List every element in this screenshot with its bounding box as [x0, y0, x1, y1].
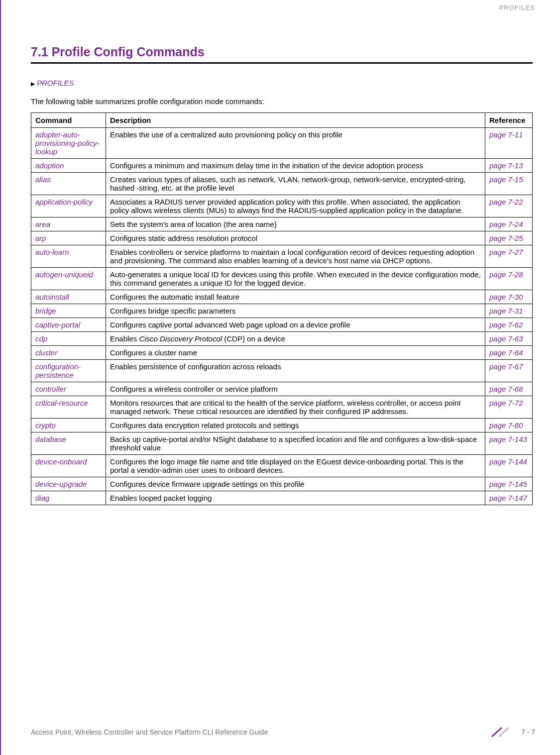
breadcrumb-arrow-icon: ▶: [31, 81, 35, 87]
command-description: Enables the use of a centralized auto pr…: [106, 128, 485, 159]
reference-link[interactable]: page 7-15: [485, 173, 533, 195]
footer-doc-title: Access Point, Wireless Controller and Se…: [31, 728, 268, 736]
reference-link[interactable]: page 7-72: [485, 396, 533, 419]
command-link[interactable]: arp: [31, 231, 106, 245]
table-row: databaseBacks up captive-portal and/or N…: [31, 432, 533, 455]
table-row: autoinstallConfigures the automatic inst…: [31, 290, 533, 304]
reference-link[interactable]: page 7-64: [485, 346, 533, 360]
command-link[interactable]: adopter-auto-provisioning-policy-lookup: [31, 128, 106, 159]
command-description: Associates a RADIUS server provided appl…: [106, 195, 485, 217]
table-row: device-upgradeConfigures device firmware…: [31, 477, 533, 491]
command-description: Configures the logo image file name and …: [106, 455, 485, 477]
table-row: auto-learnEnables controllers or service…: [31, 245, 533, 268]
command-link[interactable]: alias: [31, 173, 106, 195]
table-row: cryptoConfigures data encryption related…: [31, 419, 533, 432]
command-link[interactable]: bridge: [31, 304, 106, 318]
reference-link[interactable]: page 7-24: [485, 217, 533, 231]
reference-link[interactable]: page 7-22: [485, 195, 533, 217]
reference-link[interactable]: page 7-31: [485, 304, 533, 318]
command-description: Creates various types of aliases, such a…: [106, 173, 485, 195]
command-link[interactable]: area: [31, 217, 106, 231]
command-link[interactable]: cluster: [31, 346, 106, 360]
footer: Access Point, Wireless Controller and Se…: [31, 727, 535, 738]
command-description: Configures static address resolution pro…: [106, 231, 485, 245]
command-link[interactable]: database: [31, 432, 106, 455]
command-link[interactable]: device-onboard: [31, 455, 106, 477]
reference-link[interactable]: page 7-11: [485, 128, 533, 159]
table-row: arpConfigures static address resolution …: [31, 231, 533, 245]
command-link[interactable]: critical-resource: [31, 396, 106, 419]
command-link[interactable]: autoinstall: [31, 290, 106, 304]
command-link[interactable]: cdp: [31, 332, 106, 346]
reference-link[interactable]: page 7-13: [485, 159, 533, 173]
command-description: Enables controllers or service platforms…: [106, 245, 485, 268]
table-row: adopter-auto-provisioning-policy-lookupE…: [31, 128, 533, 159]
command-description: Configures data encryption related proto…: [106, 419, 485, 432]
table-row: cdpEnables Cisco Discovery Protocol (CDP…: [31, 332, 533, 346]
table-row: controllerConfigures a wireless controll…: [31, 382, 533, 396]
command-description: Configures the automatic install feature: [106, 290, 485, 304]
command-description: Backs up captive-portal and/or NSight da…: [106, 432, 485, 455]
table-row: aliasCreates various types of aliases, s…: [31, 173, 533, 195]
reference-link[interactable]: page 7-144: [485, 455, 533, 477]
commands-table: Command Description Reference adopter-au…: [31, 112, 533, 505]
command-description: Enables Cisco Discovery Protocol (CDP) o…: [106, 332, 485, 346]
table-row: device-onboardConfigures the logo image …: [31, 455, 533, 477]
th-command: Command: [31, 113, 106, 128]
header-label: PROFILES: [499, 4, 535, 11]
table-row: configuration-persistenceEnables persist…: [31, 360, 533, 382]
reference-link[interactable]: page 7-147: [485, 491, 533, 505]
reference-link[interactable]: page 7-27: [485, 245, 533, 268]
table-row: critical-resourceMonitors resources that…: [31, 396, 533, 419]
command-description: Enables looped packet logging: [106, 491, 485, 505]
reference-link[interactable]: page 7-80: [485, 419, 533, 432]
page: PROFILES 7.1 Profile Config Commands ▶PR…: [0, 0, 560, 755]
table-row: application-policyAssociates a RADIUS se…: [31, 195, 533, 217]
reference-link[interactable]: page 7-68: [485, 382, 533, 396]
footer-slash-icon: [488, 727, 515, 738]
breadcrumb[interactable]: ▶PROFILES: [31, 79, 533, 87]
command-link[interactable]: device-upgrade: [31, 477, 106, 491]
table-row: diagEnables looped packet loggingpage 7-…: [31, 491, 533, 505]
command-link[interactable]: captive-portal: [31, 318, 106, 332]
command-description: Configures a cluster name: [106, 346, 485, 360]
reference-link[interactable]: page 7-62: [485, 318, 533, 332]
command-description: Configures a minimum and maximum delay t…: [106, 159, 485, 173]
reference-link[interactable]: page 7-143: [485, 432, 533, 455]
table-row: autogen-uniqueidAuto-generates a unique …: [31, 268, 533, 290]
command-link[interactable]: controller: [31, 382, 106, 396]
command-description: Auto-generates a unique local ID for dev…: [106, 268, 485, 290]
command-description: Configures captive portal advanced Web p…: [106, 318, 485, 332]
section-title: 7.1 Profile Config Commands: [31, 45, 533, 59]
table-row: captive-portalConfigures captive portal …: [31, 318, 533, 332]
table-row: areaSets the system's area of location (…: [31, 217, 533, 231]
command-link[interactable]: adoption: [31, 159, 106, 173]
footer-right: 7 - 7: [488, 727, 535, 738]
reference-link[interactable]: page 7-25: [485, 231, 533, 245]
content-area: 7.1 Profile Config Commands ▶PROFILES Th…: [1, 0, 560, 505]
command-link[interactable]: diag: [31, 491, 106, 505]
section-title-underline: [31, 62, 533, 64]
command-description: Configures device firmware upgrade setti…: [106, 477, 485, 491]
command-description: Enables persistence of configuration acr…: [106, 360, 485, 382]
table-row: clusterConfigures a cluster namepage 7-6…: [31, 346, 533, 360]
table-row: bridgeConfigures bridge specific paramet…: [31, 304, 533, 318]
th-description: Description: [106, 113, 485, 128]
reference-link[interactable]: page 7-63: [485, 332, 533, 346]
command-description: Configures a wireless controller or serv…: [106, 382, 485, 396]
intro-text: The following table summarizes profile c…: [31, 97, 533, 106]
th-reference: Reference: [485, 113, 533, 128]
command-link[interactable]: crypto: [31, 419, 106, 432]
reference-link[interactable]: page 7-28: [485, 268, 533, 290]
breadcrumb-text: PROFILES: [37, 79, 74, 87]
reference-link[interactable]: page 7-30: [485, 290, 533, 304]
reference-link[interactable]: page 7-67: [485, 360, 533, 382]
command-link[interactable]: configuration-persistence: [31, 360, 106, 382]
command-link[interactable]: application-policy: [31, 195, 106, 217]
command-description: Configures bridge specific parameters: [106, 304, 485, 318]
command-link[interactable]: autogen-uniqueid: [31, 268, 106, 290]
reference-link[interactable]: page 7-145: [485, 477, 533, 491]
table-header-row: Command Description Reference: [31, 113, 533, 128]
command-description: Monitors resources that are critical to …: [106, 396, 485, 419]
command-link[interactable]: auto-learn: [31, 245, 106, 268]
